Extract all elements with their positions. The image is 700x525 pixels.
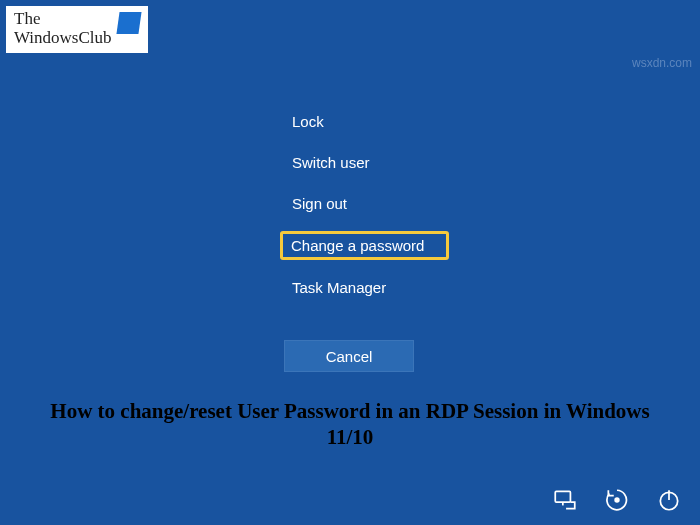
security-options-menu: Lock Switch user Sign out Change a passw… (282, 108, 449, 301)
watermark-text: wsxdn.com (632, 56, 692, 70)
bottom-toolbar (552, 487, 682, 513)
site-logo: The WindowsClub (6, 6, 148, 53)
logo-text: The WindowsClub (14, 10, 112, 47)
menu-item-task-manager[interactable]: Task Manager (282, 274, 449, 301)
network-icon[interactable] (552, 487, 578, 513)
svg-rect-0 (555, 491, 570, 502)
svg-point-1 (614, 497, 619, 502)
menu-item-lock[interactable]: Lock (282, 108, 449, 135)
article-caption: How to change/reset User Password in an … (0, 398, 700, 451)
windows-logo-icon (118, 12, 140, 34)
logo-line1: The (14, 10, 112, 29)
menu-item-sign-out[interactable]: Sign out (282, 190, 449, 217)
ease-of-access-icon[interactable] (604, 487, 630, 513)
cancel-button[interactable]: Cancel (284, 340, 414, 372)
power-icon[interactable] (656, 487, 682, 513)
menu-item-change-password[interactable]: Change a password (280, 231, 449, 260)
menu-item-switch-user[interactable]: Switch user (282, 149, 449, 176)
logo-line2: WindowsClub (14, 29, 112, 48)
